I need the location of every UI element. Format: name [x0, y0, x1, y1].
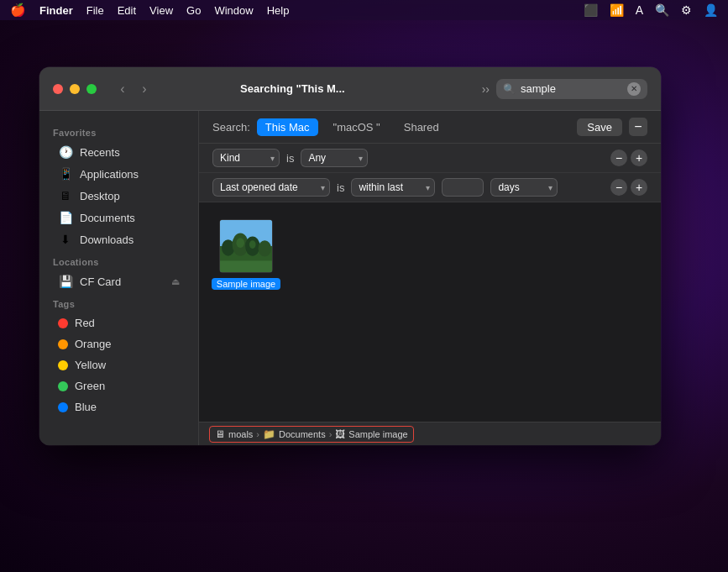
more-button[interactable]: ››	[482, 82, 490, 96]
window-menu[interactable]: Window	[214, 4, 253, 17]
title-bar: ‹ › Searching "This M... ›› 🔍 sample ✕	[39, 67, 661, 111]
sidebar-item-cf-card[interactable]: 💾 CF Card ⏏	[45, 270, 193, 292]
scope-macos-button[interactable]: "macOS "	[325, 118, 389, 136]
main-content: Favorites 🕐 Recents 📱 Applications 🖥 Des…	[39, 111, 661, 445]
eject-icon[interactable]: ⏏	[171, 276, 180, 287]
path-sep-2: ›	[329, 429, 333, 439]
filter-kind-field-wrapper: Kind	[212, 149, 280, 167]
sidebar-item-recents[interactable]: 🕐 Recents	[45, 141, 193, 163]
filter-kind-field[interactable]: Kind	[212, 149, 280, 167]
go-menu[interactable]: Go	[186, 4, 201, 17]
applications-label: Applications	[80, 168, 139, 181]
breadcrumb: 🖥 moals › 📁 Documents › 🖼 Sample image	[209, 426, 414, 443]
filter-row-kind: Kind is Any − +	[199, 144, 661, 173]
path-segment-moals[interactable]: 🖥 moals	[215, 428, 253, 440]
help-menu[interactable]: Help	[267, 4, 290, 17]
scope-this-mac-button[interactable]: This Mac	[257, 118, 318, 136]
filter-date-plus-button[interactable]: +	[631, 179, 647, 196]
documents-path-label: Documents	[279, 429, 326, 439]
sidebar-item-desktop[interactable]: 🖥 Desktop	[45, 185, 193, 207]
view-menu[interactable]: View	[149, 4, 173, 17]
documents-label: Documents	[80, 212, 135, 224]
search-label: Search:	[212, 121, 250, 134]
downloads-icon: ⬇	[58, 233, 73, 246]
file-menu[interactable]: File	[86, 4, 104, 17]
cf-card-label: CF Card	[80, 276, 121, 288]
file-thumbnail	[219, 219, 273, 273]
traffic-lights	[53, 84, 97, 94]
filter-kind-value-wrapper: Any	[301, 149, 368, 167]
orange-tag-label: Orange	[75, 338, 111, 350]
filter-date-minus-button[interactable]: −	[610, 179, 627, 196]
filter-date-is-label: is	[337, 181, 344, 194]
locations-label: Locations	[39, 250, 198, 270]
file-path-label: Sample image	[348, 429, 407, 439]
filter-date-field[interactable]: Last opened date	[212, 178, 330, 197]
filter-date-field-wrapper: Last opened date	[212, 178, 330, 197]
filter-kind-minus-button[interactable]: −	[610, 150, 627, 166]
menu-bar: 🍎 Finder File Edit View Go Window Help ⬛…	[0, 0, 728, 20]
minimize-button[interactable]	[70, 84, 80, 94]
applications-icon: 📱	[58, 167, 73, 181]
green-tag-dot	[58, 381, 68, 391]
maximize-button[interactable]	[86, 84, 97, 94]
svg-point-6	[259, 240, 272, 256]
moals-icon: 🖥	[215, 428, 225, 440]
file-label: Sample image	[212, 278, 280, 290]
file-item-sample-image[interactable]: Sample image	[212, 216, 280, 293]
path-segment-documents[interactable]: 📁 Documents	[263, 428, 326, 440]
recents-label: Recents	[80, 146, 120, 159]
close-button[interactable]	[53, 84, 63, 94]
path-segment-file[interactable]: 🖼 Sample image	[335, 428, 407, 440]
control-center-icon[interactable]: ⚙	[681, 3, 692, 17]
red-tag-dot	[58, 318, 68, 328]
filter-kind-plus-button[interactable]: +	[631, 150, 647, 166]
documents-path-icon: 📁	[263, 428, 275, 440]
keyboard-icon[interactable]: A	[636, 3, 643, 17]
red-tag-label: Red	[75, 317, 95, 329]
filter-date-buttons: − +	[610, 179, 647, 196]
screen-icon[interactable]: ⬛	[584, 3, 598, 17]
yellow-tag-dot	[58, 360, 68, 370]
svg-point-8	[236, 238, 244, 248]
file-area: Sample image	[199, 202, 661, 422]
search-box[interactable]: 🔍 sample ✕	[496, 79, 647, 99]
yellow-tag-label: Yellow	[75, 359, 106, 371]
finder-menu[interactable]: Finder	[39, 4, 73, 17]
desktop-icon: 🖥	[58, 189, 73, 202]
search-menubar-icon[interactable]: 🔍	[655, 3, 669, 17]
svg-rect-7	[220, 260, 272, 272]
user-avatar[interactable]: 👤	[704, 3, 718, 17]
menu-bar-right: ⬛ 📶 A 🔍 ⚙ 👤	[584, 3, 718, 17]
filter-row-date: Last opened date is within last days −	[199, 173, 661, 202]
right-panel: Search: This Mac "macOS " Shared Save − …	[199, 111, 661, 445]
search-clear-button[interactable]: ✕	[627, 82, 641, 96]
sidebar-item-green[interactable]: Green	[45, 375, 193, 396]
scope-shared-button[interactable]: Shared	[395, 118, 448, 136]
save-minus-button[interactable]: −	[629, 118, 647, 136]
finder-window: ‹ › Searching "This M... ›› 🔍 sample ✕ F…	[39, 67, 661, 445]
sidebar-item-documents[interactable]: 📄 Documents	[45, 207, 193, 228]
sidebar-item-applications[interactable]: 📱 Applications	[45, 163, 193, 185]
sidebar-item-downloads[interactable]: ⬇ Downloads	[45, 228, 193, 250]
search-scope-bar: Search: This Mac "macOS " Shared Save −	[199, 111, 661, 144]
apple-menu[interactable]: 🍎	[10, 3, 26, 18]
filter-date-unit[interactable]: days	[490, 178, 558, 197]
tags-label: Tags	[39, 292, 198, 312]
green-tag-label: Green	[75, 380, 105, 392]
filter-kind-value[interactable]: Any	[301, 149, 368, 167]
sidebar-item-red[interactable]: Red	[45, 312, 193, 333]
search-icon: 🔍	[503, 83, 516, 95]
save-button[interactable]: Save	[577, 118, 622, 136]
edit-menu[interactable]: Edit	[118, 4, 136, 17]
sidebar-item-blue[interactable]: Blue	[45, 396, 193, 417]
sidebar-item-orange[interactable]: Orange	[45, 333, 193, 354]
filter-date-value[interactable]: within last	[351, 178, 435, 197]
title-bar-actions: ›› 🔍 sample ✕	[482, 79, 647, 99]
sidebar-item-yellow[interactable]: Yellow	[45, 354, 193, 375]
sidebar: Favorites 🕐 Recents 📱 Applications 🖥 Des…	[39, 111, 199, 445]
wifi-icon[interactable]: 📶	[610, 3, 624, 17]
filter-kind-is-label: is	[286, 152, 294, 165]
documents-icon: 📄	[58, 211, 73, 224]
filter-date-number-input[interactable]	[442, 178, 484, 197]
